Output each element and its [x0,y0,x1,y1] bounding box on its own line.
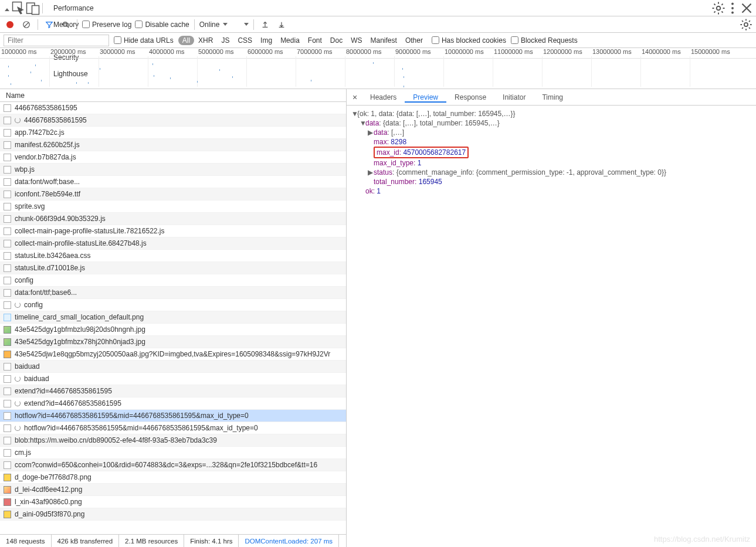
filter-type-doc[interactable]: Doc [326,36,347,45]
request-row[interactable]: iconfont.78eb594e.ttf [0,188,346,201]
request-row[interactable]: statusLite.b3426aea.css [0,250,346,262]
has-blocked-cookies-checkbox[interactable]: Has blocked cookies [432,36,506,45]
filter-type-manifest[interactable]: Manifest [367,36,401,45]
request-row[interactable]: config [0,299,346,311]
status-bar: 148 requests 426 kB transferred 2.1 MB r… [0,534,346,547]
timeline-tick: 5000000 ms [197,48,246,58]
request-row[interactable]: app.7f427b2c.js [0,127,346,139]
clear-button[interactable] [20,18,33,31]
file-type-icon [4,264,11,272]
hide-data-urls-checkbox[interactable]: Hide data URLs [114,36,174,45]
status-resources: 2.1 MB resources [119,535,184,547]
request-row[interactable]: 4466768535861595 [0,114,346,127]
request-row[interactable]: d_doge-be7f768d78.png [0,471,346,484]
request-row[interactable]: l_xin-43af9086c0.png [0,496,346,508]
devtools-tab-performance[interactable]: Performance [45,0,102,16]
timeline-tick: 3000000 ms [99,48,148,58]
timeline-tick: 14000000 ms [640,48,690,58]
request-row[interactable]: 43e5425dgy1gbfmbzx78hj20hh0njad3.jpg [0,336,346,348]
request-row[interactable]: config [0,274,346,287]
file-type-icon [4,449,11,457]
request-name: statusLite.d710018e.js [15,264,85,272]
request-row[interactable]: manifest.6260b25f.js [0,139,346,151]
request-row[interactable]: 4466768535861595 [0,102,346,114]
request-row[interactable]: blob:https://m.weibo.cn/db890052-efe4-4f… [0,434,346,447]
request-row[interactable]: 43e5425dgy1gbfmbzlu98j20ds0hngnh.jpg [0,324,346,336]
file-type-icon [4,314,11,321]
close-detail-icon[interactable]: × [348,93,362,102]
file-type-icon [4,178,11,186]
request-name: extend?id=4466768535861595 [15,387,112,395]
detail-tab-initiator[interactable]: Initiator [494,93,534,101]
filter-type-other[interactable]: Other [401,36,427,45]
request-row[interactable]: collect-main-page-profile-statusLite.782… [0,225,346,237]
request-row[interactable]: wbp.js [0,164,346,176]
file-type-icon [4,252,11,260]
dock-indicator-icon [5,8,9,11]
request-list[interactable]: 44667685358615954466768535861595app.7f42… [0,102,346,534]
kebab-menu-icon[interactable] [726,1,740,15]
request-row[interactable]: extend?id=4466768535861595 [0,397,346,410]
network-settings-gear-icon[interactable] [740,18,752,31]
filter-type-ws[interactable]: WS [347,36,366,45]
column-header-name[interactable]: Name [0,89,346,102]
request-name: 43e5425djw1e8qgp5bmzyj2050050aa8.jpg?KID… [15,350,330,358]
request-row[interactable]: chunk-066f39d4.90b35329.js [0,213,346,225]
file-type-icon [4,351,11,358]
request-row[interactable]: sprite.svg [0,201,346,213]
filter-type-img[interactable]: Img [256,36,276,45]
device-toolbar-icon[interactable] [26,1,40,15]
search-icon[interactable] [59,18,72,31]
inspect-icon[interactable] [12,1,26,15]
request-row[interactable]: statusLite.d710018e.js [0,262,346,274]
detail-tab-timing[interactable]: Timing [534,93,571,101]
request-row[interactable]: d_aini-09d5f3f870.png [0,508,346,521]
export-har-icon[interactable] [275,18,288,31]
request-row[interactable]: cm.js [0,447,346,459]
highlighted-max-id: max_id: 4570005682782617 [374,147,469,158]
detail-tab-preview[interactable]: Preview [405,93,446,103]
request-name: sprite.svg [15,202,45,210]
request-row[interactable]: timeline_card_small_location_default.png [0,311,346,324]
request-row[interactable]: data:font/ttf;base6... [0,287,346,299]
request-row[interactable]: ccom?conwid=650&conhei=100&rdid=6074883&… [0,459,346,471]
detail-tab-response[interactable]: Response [446,93,494,101]
request-row[interactable]: extend?id=4466768535861595 [0,385,346,397]
request-row[interactable]: collect-main-profile-statusLite.68427b48… [0,237,346,250]
request-row[interactable]: 43e5425djw1e8qgp5bmzyj2050050aa8.jpg?KID… [0,348,346,361]
request-name: data:font/ttf;base6... [15,288,77,297]
file-type-icon [4,412,11,420]
filter-input[interactable] [4,35,109,46]
filter-type-media[interactable]: Media [276,36,304,45]
request-row[interactable]: data:font/woff;base... [0,176,346,188]
record-button[interactable] [4,18,16,31]
import-har-icon[interactable] [259,18,272,31]
timeline-overview[interactable]: 1000000 ms2000000 ms3000000 ms4000000 ms… [0,48,756,89]
request-row[interactable]: vendor.b7b827da.js [0,151,346,164]
filter-type-css[interactable]: CSS [233,36,256,45]
settings-gear-icon[interactable] [711,1,726,15]
file-type-icon [4,154,11,161]
filter-type-font[interactable]: Font [304,36,326,45]
request-row[interactable]: hotflow?id=4466768535861595&mid=44667685… [0,410,346,422]
filter-type-js[interactable]: JS [217,36,233,45]
filter-type-all[interactable]: All [178,36,194,45]
request-name: cm.js [15,449,31,457]
request-row[interactable]: d_lei-4cdf6ee412.png [0,484,346,496]
preview-tree[interactable]: ▼{ok: 1, data: {data: [,…], total_number… [347,106,756,547]
chevron-down-icon[interactable] [244,23,249,26]
request-name: ccom?conwid=650&conhei=100&rdid=6074883&… [15,461,317,469]
request-row[interactable]: baiduad [0,361,346,373]
pending-spinner-icon [15,425,21,431]
file-type-icon [4,129,11,137]
filter-toggle-icon[interactable] [43,18,56,31]
request-row[interactable]: baiduad [0,373,346,385]
request-row[interactable]: hotflow?id=4466768535861595&mid=44667685… [0,422,346,434]
close-devtools-icon[interactable] [740,1,754,15]
detail-tab-headers[interactable]: Headers [362,93,405,101]
throttling-select[interactable]: Online [199,21,228,29]
filter-type-xhr[interactable]: XHR [194,36,217,45]
disable-cache-checkbox[interactable]: Disable cache [135,21,189,29]
preserve-log-checkbox[interactable]: Preserve log [82,21,131,29]
blocked-requests-checkbox[interactable]: Blocked Requests [511,36,578,45]
